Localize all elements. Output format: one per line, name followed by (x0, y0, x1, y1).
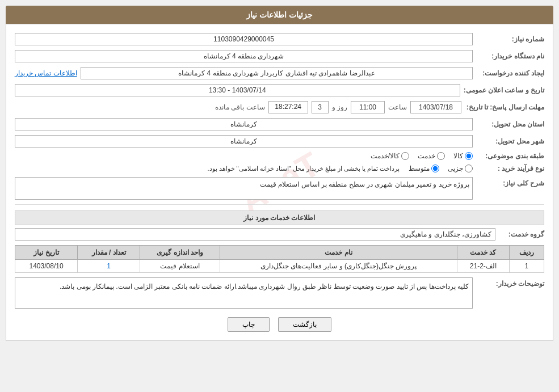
col-header-date: تاریخ نیاز (15, 246, 78, 260)
creator-label: ایجاد کننده درخواست: (476, 69, 544, 77)
services-table-wrapper: ردیف کد خدمت نام خدمت واحد اندازه گیری ت… (15, 245, 544, 273)
cell-code: الف-2-21 (457, 260, 509, 273)
cell-qty: 1 (78, 260, 140, 273)
purchase-type-row: نوع فرآیند خرید : جزیی متوسط پرداخت تمام… (15, 165, 544, 172)
purchase-type-radio-group: جزیی متوسط (409, 165, 473, 172)
announce-date-label: تاریخ و ساعت اعلان عمومی: (464, 86, 544, 94)
delivery-province-label: استان محل تحویل: (476, 120, 544, 128)
page-title: جزئیات اطلاعات نیاز (246, 10, 313, 19)
reply-time: 11:00 (351, 101, 385, 113)
category-kala-label: کالا (453, 152, 463, 160)
delivery-city-label: شهر محل تحویل: (476, 137, 544, 145)
contact-link[interactable]: اطلاعات تماس خریدار (15, 69, 77, 77)
reply-deadline-label: مهلت ارسال پاسخ: تا تاریخ: (465, 103, 544, 111)
cell-unit: استعلام قیمت (140, 260, 220, 273)
need-description-label: شرح کلی نیاز: (476, 179, 544, 187)
buyer-org-value: شهرداری منطقه 4 کرمانشاه (15, 50, 473, 62)
reply-deadline-row: مهلت ارسال پاسخ: تا تاریخ: 1403/07/18 سا… (15, 101, 544, 113)
category-both[interactable]: کالا/خدمت (371, 152, 409, 160)
reply-days: 3 (312, 101, 329, 113)
button-row: بازگشت چاپ (15, 317, 544, 332)
category-radio-group: کالا خدمت کالا/خدمت (371, 152, 473, 160)
purchase-type-jozi[interactable]: جزیی (448, 165, 473, 172)
reply-day-label: روز و (332, 103, 347, 111)
need-number-label: شماره نیاز: (476, 35, 544, 43)
back-button[interactable]: بازگشت (278, 317, 331, 332)
category-label: طبقه بندی موضوعی: (476, 152, 544, 160)
cell-rownum: 1 (509, 260, 544, 273)
purchase-type-motavasset[interactable]: متوسط (409, 165, 439, 172)
reply-remaining-label: ساعت باقی مانده (215, 103, 265, 111)
reply-deadline-group: 1403/07/18 ساعت 11:00 روز و 3 18:27:24 س… (15, 101, 461, 113)
services-table: ردیف کد خدمت نام خدمت واحد اندازه گیری ت… (15, 245, 544, 273)
purchase-type-jozi-label: جزیی (448, 165, 463, 172)
col-header-unit: واحد اندازه گیری (140, 246, 220, 260)
print-button[interactable]: چاپ (228, 317, 270, 332)
delivery-province-row: استان محل تحویل: کرمانشاه (15, 118, 544, 130)
service-group-row: گروه خدمت: کشاورزی، جنگلداری و ماهیگیری (15, 228, 544, 241)
delivery-city-row: شهر محل تحویل: کرمانشاه (15, 135, 544, 147)
table-row: 1 الف-2-21 پرورش جنگل(جنگل‌کاری) و سایر … (15, 260, 544, 273)
need-number-value: 1103090429000045 (15, 33, 473, 45)
buyer-org-row: نام دستگاه خریدار: شهرداری منطقه 4 کرمان… (15, 50, 544, 62)
category-khedmat[interactable]: خدمت (418, 152, 445, 160)
services-section-header: اطلاعات خدمات مورد نیاز (15, 210, 544, 225)
col-header-name: نام خدمت (220, 246, 457, 260)
reply-time-label: ساعت (388, 103, 407, 111)
need-number-row: شماره نیاز: 1103090429000045 (15, 33, 544, 45)
announce-date-value: 1403/07/14 - 13:30 (15, 84, 460, 96)
buyer-org-label: نام دستگاه خریدار: (476, 52, 544, 60)
cell-name: پرورش جنگل(جنگل‌کاری) و سایر فعالیت‌های … (220, 260, 457, 273)
table-header-row: ردیف کد خدمت نام خدمت واحد اندازه گیری ت… (15, 246, 544, 260)
service-group-value: کشاورزی، جنگلداری و ماهیگیری (15, 228, 495, 241)
reply-date: 1403/07/18 (410, 101, 461, 113)
buyer-notes-label: توضیحات خریدار: (476, 280, 544, 288)
page-header: جزئیات اطلاعات نیاز (6, 6, 553, 24)
creator-value: عبدالرضا شاهمرادی تیه افشاری کاربردار شه… (81, 67, 473, 79)
category-row: طبقه بندی موضوعی: کالا خدمت کالا/خدمت (15, 152, 544, 160)
announce-date-row: تاریخ و ساعت اعلان عمومی: 1403/07/14 - 1… (15, 84, 544, 96)
reply-timer: 18:27:24 (268, 101, 308, 113)
col-header-rownum: ردیف (509, 246, 544, 260)
purchase-type-note: پرداخت تمام یا بخشی از مبلغ خریدار محل "… (207, 165, 400, 172)
col-header-code: کد خدمت (457, 246, 509, 260)
buyer-notes-value: کلیه پرداخت‌ها پس از تایید صورت وضعیت تو… (15, 277, 473, 309)
creator-row: ایجاد کننده درخواست: عبدالرضا شاهمرادی ت… (15, 67, 544, 79)
purchase-type-motavasset-label: متوسط (409, 165, 430, 172)
category-kala[interactable]: کالا (453, 152, 473, 160)
category-both-label: کالا/خدمت (371, 152, 400, 160)
col-header-qty: تعداد / مقدار (78, 246, 140, 260)
need-description-value: پروژه خرید و تعمیر میلمان شهری در سطح من… (15, 177, 473, 200)
cell-date: 1403/08/10 (15, 260, 78, 273)
category-khedmat-label: خدمت (418, 152, 435, 160)
need-description-row: شرح کلی نیاز: پروژه خرید و تعمیر میلمان … (15, 177, 544, 200)
delivery-province-value: کرمانشاه (15, 118, 473, 130)
service-group-label: گروه خدمت: (499, 230, 544, 238)
purchase-type-label: نوع فرآیند خرید : (476, 165, 544, 172)
buyer-notes-row: توضیحات خریدار: کلیه پرداخت‌ها پس از تای… (15, 277, 544, 309)
delivery-city-value: کرمانشاه (15, 135, 473, 147)
